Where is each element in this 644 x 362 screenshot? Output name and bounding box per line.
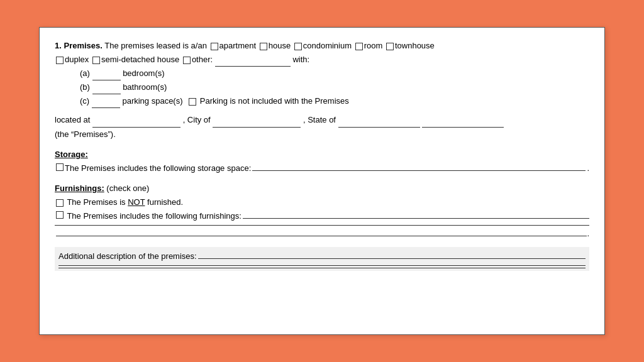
item-b-letter: (b): [80, 82, 90, 92]
label-other: other:: [192, 55, 213, 64]
checkbox-has-furnishings[interactable]: [56, 211, 64, 219]
section-heading: Premises.: [64, 41, 102, 50]
item-c: (c) parking space(s) Parking is not incl…: [80, 94, 589, 108]
premises-line2: duplex semi-detached house other: with:: [55, 53, 589, 67]
checkbox-condominium[interactable]: [294, 43, 302, 50]
label-condominium: condominium: [303, 41, 352, 50]
document-container: 1. Premises. The premises leased is a/an…: [39, 27, 605, 335]
furnishings-heading-line: Furnishings: (check one): [55, 182, 589, 195]
section-number: 1.: [55, 41, 62, 50]
storage-label: The Premises includes the following stor…: [65, 162, 251, 175]
additional-line1: Additional description of the premises:: [58, 250, 586, 263]
checkbox-townhouse[interactable]: [386, 43, 394, 50]
section-furnishings: Furnishings: (check one) The Premises is…: [55, 182, 589, 241]
furnishings-heading-text: Furnishings:: [55, 184, 104, 193]
storage-heading: Storage:: [55, 148, 589, 162]
item-b-unit: bathroom(s): [123, 82, 167, 92]
premises-line1: 1. Premises. The premises leased is a/an…: [55, 39, 589, 53]
checkbox-duplex[interactable]: [56, 57, 64, 64]
label-semi-detached: semi-detached house: [101, 55, 179, 64]
checkbox-house[interactable]: [260, 43, 267, 50]
section-storage: Storage: The Premises includes the follo…: [55, 148, 589, 175]
checkbox-storage[interactable]: [56, 163, 64, 171]
label-room: room: [364, 41, 383, 50]
other-field[interactable]: [215, 58, 291, 67]
checkbox-apartment[interactable]: [211, 43, 218, 50]
item-c-field[interactable]: [92, 99, 120, 108]
additional-line3: [58, 268, 586, 268]
state-field[interactable]: [338, 119, 420, 128]
label-house: house: [269, 41, 291, 50]
checkbox-room[interactable]: [355, 43, 363, 50]
section-premises: 1. Premises. The premises leased is a/an…: [55, 39, 589, 141]
premises-items: (a) bedroom(s) (b) bathroom(s) (c) parki…: [55, 67, 589, 108]
not-label: NOT: [128, 197, 145, 207]
storage-end-dot: .: [587, 162, 589, 175]
furnishings-field3[interactable]: [56, 228, 587, 236]
section-additional: Additional description of the premises:: [55, 247, 589, 271]
additional-label: Additional description of the premises:: [58, 250, 197, 263]
additional-line2: [58, 265, 586, 266]
storage-line: The Premises includes the following stor…: [55, 162, 589, 175]
furnishings-option2-label: The Premises includes the following furn…: [65, 209, 242, 223]
not-furnished-text2: furnished.: [147, 197, 183, 207]
located-at-field[interactable]: [92, 119, 180, 128]
additional-field1[interactable]: [198, 250, 586, 259]
located-at-section: located at , City of , State of (the “Pr…: [55, 113, 589, 141]
label-parking-not-included: Parking is not included with the Premise…: [200, 96, 349, 106]
furnishings-end-dot: .: [587, 227, 589, 241]
furnishings-field1[interactable]: [243, 210, 589, 219]
additional-box: Additional description of the premises:: [55, 247, 589, 271]
item-c-letter: (c): [80, 96, 89, 106]
checkbox-parking-not-included[interactable]: [189, 98, 196, 106]
premises-note: (the “Premises”).: [55, 128, 589, 141]
furnishings-option2: The Premises includes the following furn…: [55, 209, 589, 223]
checkbox-not-furnished[interactable]: [56, 199, 64, 207]
item-a-letter: (a): [80, 69, 90, 78]
item-b-field[interactable]: [92, 85, 121, 94]
city-field[interactable]: [213, 119, 301, 128]
label-townhouse: townhouse: [395, 41, 435, 50]
state-label: , State of: [303, 115, 336, 124]
storage-field[interactable]: [252, 162, 586, 171]
storage-heading-text: Storage:: [55, 150, 88, 159]
checkbox-other[interactable]: [183, 57, 191, 64]
located-at-label: located at: [55, 115, 90, 124]
item-a-field[interactable]: [92, 72, 121, 80]
label-apartment: apartment: [219, 41, 257, 50]
checkbox-semi-detached[interactable]: [92, 57, 100, 64]
item-a-unit: bedroom(s): [123, 69, 164, 78]
state-field2[interactable]: [422, 115, 504, 124]
furnishings-line3-row: .: [55, 226, 589, 241]
furnishings-check-one: (check one): [106, 184, 149, 193]
label-duplex: duplex: [65, 55, 89, 64]
city-label: , City of: [183, 115, 211, 124]
with-label: with:: [292, 55, 309, 64]
furnishings-option1: The Premises is NOT furnished.: [55, 195, 589, 209]
located-at-line1: located at , City of , State of: [55, 113, 589, 127]
not-furnished-text1: The Premises is: [67, 197, 128, 207]
item-c-unit: parking space(s): [122, 96, 182, 106]
item-b: (b) bathroom(s): [80, 80, 589, 94]
premises-intro-text: The premises leased is a/an: [104, 41, 207, 50]
item-a: (a) bedroom(s): [80, 67, 589, 80]
